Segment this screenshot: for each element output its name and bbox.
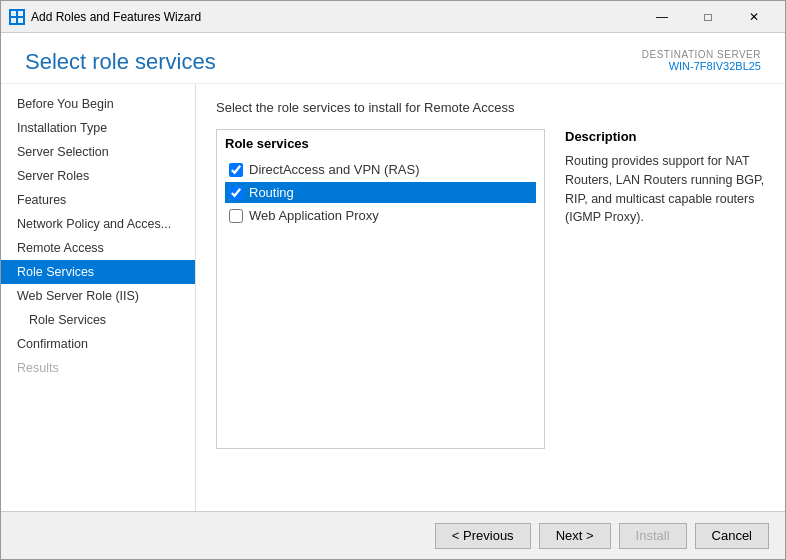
titlebar: Add Roles and Features Wizard — □ ✕ <box>1 1 785 33</box>
main-window: Add Roles and Features Wizard — □ ✕ Sele… <box>0 0 786 560</box>
checkbox-routing: Routing <box>225 182 536 203</box>
footer: < Previous Next > Install Cancel <box>1 511 785 559</box>
description-text: Routing provides support for NAT Routers… <box>565 152 765 227</box>
sidebar-item-role-services-sub[interactable]: Role Services <box>1 308 195 332</box>
sidebar-item-network-policy[interactable]: Network Policy and Acces... <box>1 212 195 236</box>
window-title: Add Roles and Features Wizard <box>31 10 639 24</box>
sidebar-item-remote-access[interactable]: Remote Access <box>1 236 195 260</box>
destination-label: DESTINATION SERVER <box>642 49 761 60</box>
svg-rect-2 <box>11 18 16 23</box>
destination-server-info: DESTINATION SERVER WIN-7F8IV32BL25 <box>642 49 761 72</box>
svg-rect-1 <box>18 11 23 16</box>
description-header: Description <box>565 129 765 144</box>
close-button[interactable]: ✕ <box>731 1 777 33</box>
header-section: Select role services DESTINATION SERVER … <box>1 33 785 84</box>
web-app-proxy-label[interactable]: Web Application Proxy <box>249 208 379 223</box>
install-button: Install <box>619 523 687 549</box>
role-services-header: Role services <box>225 136 536 151</box>
maximize-button[interactable]: □ <box>685 1 731 33</box>
previous-button[interactable]: < Previous <box>435 523 531 549</box>
role-services-panel: Role services DirectAccess and VPN (RAS)… <box>216 129 545 449</box>
routing-checkbox[interactable] <box>229 186 243 200</box>
directaccess-checkbox[interactable] <box>229 163 243 177</box>
svg-rect-3 <box>18 18 23 23</box>
checkbox-web-app-proxy: Web Application Proxy <box>225 205 536 226</box>
sidebar-item-server-roles[interactable]: Server Roles <box>1 164 195 188</box>
minimize-button[interactable]: — <box>639 1 685 33</box>
checkbox-directaccess: DirectAccess and VPN (RAS) <box>225 159 536 180</box>
app-icon <box>9 9 25 25</box>
directaccess-label[interactable]: DirectAccess and VPN (RAS) <box>249 162 420 177</box>
sidebar: Before You Begin Installation Type Serve… <box>1 84 196 511</box>
instruction-text: Select the role services to install for … <box>216 100 765 115</box>
titlebar-controls: — □ ✕ <box>639 1 777 33</box>
sidebar-item-results: Results <box>1 356 195 380</box>
main-layout: Select role services DESTINATION SERVER … <box>1 33 785 559</box>
server-name: WIN-7F8IV32BL25 <box>642 60 761 72</box>
description-panel: Description Routing provides support for… <box>565 129 765 449</box>
cancel-button[interactable]: Cancel <box>695 523 769 549</box>
sidebar-item-before-you-begin[interactable]: Before You Begin <box>1 92 195 116</box>
page-title: Select role services <box>25 49 216 75</box>
sidebar-item-server-selection[interactable]: Server Selection <box>1 140 195 164</box>
sidebar-item-web-server-role[interactable]: Web Server Role (IIS) <box>1 284 195 308</box>
main-content: Select the role services to install for … <box>196 84 785 511</box>
svg-rect-0 <box>11 11 16 16</box>
sidebar-item-confirmation[interactable]: Confirmation <box>1 332 195 356</box>
web-app-proxy-checkbox[interactable] <box>229 209 243 223</box>
next-button[interactable]: Next > <box>539 523 611 549</box>
two-column-layout: Role services DirectAccess and VPN (RAS)… <box>216 129 765 449</box>
routing-label[interactable]: Routing <box>249 185 294 200</box>
sidebar-item-features[interactable]: Features <box>1 188 195 212</box>
sidebar-item-installation-type[interactable]: Installation Type <box>1 116 195 140</box>
sidebar-item-role-services[interactable]: Role Services <box>1 260 195 284</box>
body-layout: Before You Begin Installation Type Serve… <box>1 84 785 511</box>
